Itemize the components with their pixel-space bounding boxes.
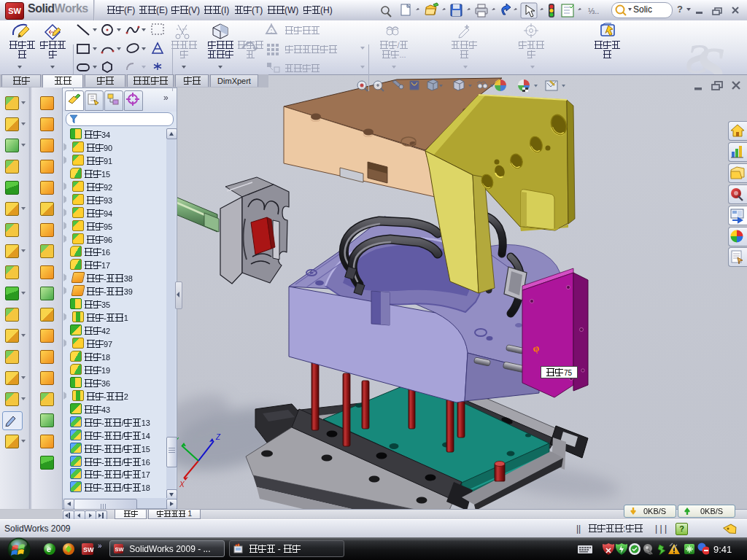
svg-text:⅓..: ⅓.. [588, 7, 599, 15]
svg-text:Z: Z [215, 433, 221, 441]
svg-text:X: X [179, 481, 185, 489]
svg-text:»: » [98, 542, 102, 550]
svg-text:S: S [694, 35, 726, 74]
svg-text:SW: SW [115, 546, 125, 553]
svg-text:SW: SW [83, 546, 94, 553]
svg-text:e: e [47, 545, 51, 553]
